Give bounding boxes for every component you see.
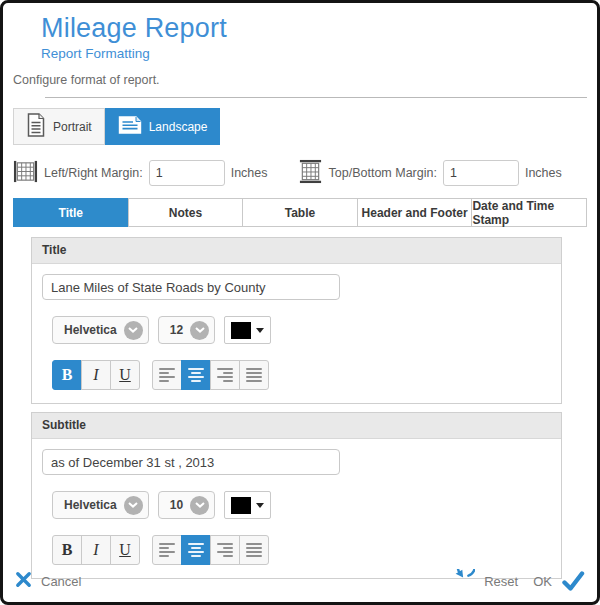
align-right-icon [217, 368, 233, 382]
title-font-size-value: 12 [170, 323, 183, 337]
subtitle-panel-body: Helvetica 10 B [32, 439, 561, 578]
tab-notes[interactable]: Notes [128, 198, 244, 227]
ok-button[interactable] [561, 570, 585, 592]
subtitle-font-row: Helvetica 10 [52, 491, 561, 519]
title-bold-button[interactable]: B [52, 360, 82, 390]
tab-date-and-time-stamp[interactable]: Date and Time Stamp [471, 198, 587, 227]
subtitle-align-group [152, 535, 269, 565]
title-font-color-picker[interactable] [224, 316, 271, 344]
portrait-page-icon [26, 113, 46, 140]
title-underline-button[interactable]: U [110, 360, 140, 390]
subtitle-bold-button[interactable]: B [52, 535, 82, 565]
title-italic-button[interactable]: I [81, 360, 111, 390]
title-format-row: B I U [52, 360, 561, 390]
portrait-label: Portrait [53, 120, 92, 134]
page-title: Mileage Report [41, 13, 597, 44]
chevron-down-icon [190, 321, 209, 340]
format-tabs: Title Notes Table Header and Footer Date… [13, 198, 587, 227]
tab-title[interactable]: Title [13, 198, 129, 227]
dialog-header: Mileage Report Report Formatting [3, 3, 597, 61]
title-font-row: Helvetica 12 [52, 316, 561, 344]
subtitle-align-left-button[interactable] [152, 535, 182, 565]
align-left-icon [159, 543, 175, 557]
color-swatch [231, 322, 251, 339]
align-center-icon [188, 543, 204, 557]
left-right-margin-label: Left/Right Margin: [44, 166, 143, 180]
title-align-center-button[interactable] [181, 360, 211, 390]
top-bottom-margin-unit: Inches [525, 166, 562, 180]
subtitle-style-group: B I U [52, 535, 140, 565]
title-font-family-select[interactable]: Helvetica [52, 316, 149, 344]
align-center-icon [188, 368, 204, 382]
reset-label[interactable]: Reset [484, 574, 518, 589]
subtitle-panel-heading: Subtitle [32, 413, 561, 439]
landscape-label: Landscape [149, 120, 208, 134]
description-text: Configure format of report. [13, 73, 597, 87]
subtitle-align-justify-button[interactable] [239, 535, 269, 565]
subtitle-font-family-value: Helvetica [64, 498, 117, 512]
subtitle-font-color-picker[interactable] [224, 491, 271, 519]
caret-down-icon [256, 328, 264, 333]
title-font-size-select[interactable]: 12 [158, 316, 215, 344]
left-right-margin-icon [13, 159, 38, 187]
align-justify-icon [246, 543, 262, 557]
title-panel-body: Helvetica 12 B [32, 264, 561, 403]
ok-label[interactable]: OK [533, 574, 552, 589]
title-text-input[interactable] [42, 274, 340, 300]
top-bottom-margin-group: Top/Bottom Margin: Inches [298, 159, 562, 187]
align-left-icon [159, 368, 175, 382]
color-swatch [231, 497, 251, 514]
chevron-down-icon [124, 496, 143, 515]
orientation-toggle: Portrait Landscape [13, 108, 597, 145]
align-right-icon [217, 543, 233, 557]
title-panel-heading: Title [32, 238, 561, 264]
subtitle-text-input[interactable] [42, 449, 340, 475]
reset-button[interactable] [450, 569, 475, 594]
caret-down-icon [256, 503, 264, 508]
landscape-button[interactable]: Landscape [105, 108, 221, 145]
subtitle-font-size-select[interactable]: 10 [158, 491, 215, 519]
chevron-down-icon [190, 496, 209, 515]
subtitle-panel: Subtitle Helvetica 10 [31, 412, 562, 579]
title-align-left-button[interactable] [152, 360, 182, 390]
top-bottom-margin-input[interactable] [443, 160, 519, 186]
top-bottom-margin-icon [298, 159, 323, 187]
subtitle-font-size-value: 10 [170, 498, 183, 512]
subtitle-align-right-button[interactable] [210, 535, 240, 565]
title-align-right-button[interactable] [210, 360, 240, 390]
subtitle-font-family-select[interactable]: Helvetica [52, 491, 149, 519]
chevron-down-icon [124, 321, 143, 340]
margins-row: Left/Right Margin: Inches [13, 159, 597, 187]
divider [45, 97, 587, 98]
page-subtitle: Report Formatting [41, 46, 597, 61]
top-bottom-margin-label: Top/Bottom Margin: [329, 166, 437, 180]
cancel-button[interactable]: Cancel [15, 571, 81, 592]
portrait-button[interactable]: Portrait [13, 108, 105, 145]
cancel-x-icon [15, 571, 32, 592]
title-font-family-value: Helvetica [64, 323, 117, 337]
left-right-margin-input[interactable] [149, 160, 225, 186]
tab-header-and-footer[interactable]: Header and Footer [357, 198, 473, 227]
landscape-page-icon [118, 115, 142, 138]
footer-actions: Reset OK [450, 569, 585, 594]
title-align-group [152, 360, 269, 390]
title-align-justify-button[interactable] [239, 360, 269, 390]
tab-table[interactable]: Table [242, 198, 358, 227]
subtitle-format-row: B I U [52, 535, 561, 565]
left-right-margin-group: Left/Right Margin: Inches [13, 159, 268, 187]
title-style-group: B I U [52, 360, 140, 390]
dialog-footer: Cancel Reset OK [3, 565, 597, 597]
subtitle-align-center-button[interactable] [181, 535, 211, 565]
subtitle-italic-button[interactable]: I [81, 535, 111, 565]
subtitle-underline-button[interactable]: U [110, 535, 140, 565]
title-panel: Title Helvetica 12 [31, 237, 562, 404]
cancel-label: Cancel [41, 574, 81, 589]
align-justify-icon [246, 368, 262, 382]
mileage-report-dialog: Mileage Report Report Formatting Configu… [0, 0, 600, 605]
left-right-margin-unit: Inches [231, 166, 268, 180]
